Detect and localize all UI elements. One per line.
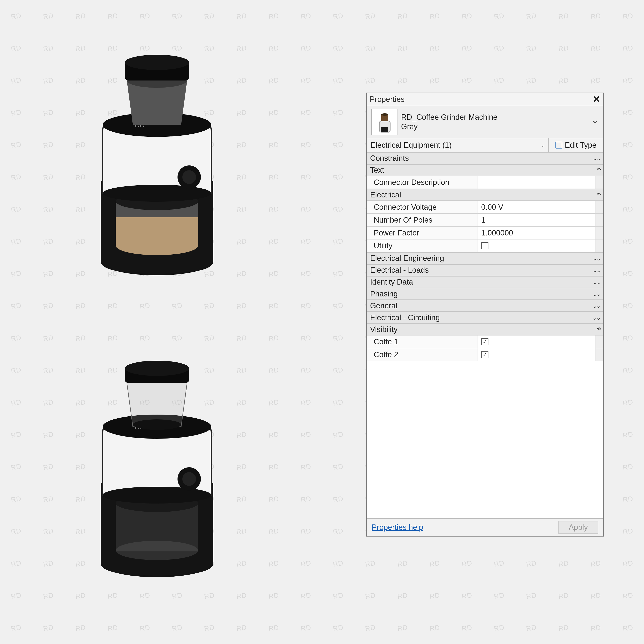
collapse-icon: ^^ (597, 326, 600, 333)
row-value[interactable]: 1 (478, 214, 595, 226)
section-label: Phasing (370, 290, 398, 298)
row-label: Connector Description (367, 176, 478, 189)
row-value[interactable]: 1.000000 (478, 227, 595, 239)
row-connector-voltage[interactable]: Connector Voltage 0.00 V (367, 201, 603, 214)
section-label: Text (370, 166, 384, 174)
section-visibility[interactable]: Visibility ^^ (367, 324, 603, 335)
row-value[interactable]: ✓ (478, 348, 595, 361)
type-name-block: RD_Coffee Grinder Machine Gray (401, 113, 497, 131)
expand-icon: ⌄⌄ (592, 155, 600, 162)
row-label: Power Factor (367, 227, 478, 239)
category-dropdown-label: Electrical Equipment (1) (371, 141, 452, 150)
row-value[interactable] (478, 176, 595, 189)
type-thumbnail (371, 109, 397, 135)
edit-type-button[interactable]: Edit Type (549, 138, 603, 152)
properties-grid: Constraints ⌄⌄ Text ^^ Connector Descrip… (367, 152, 603, 518)
apply-button[interactable]: Apply (558, 521, 598, 534)
row-value[interactable] (478, 239, 595, 252)
svg-point-27 (381, 113, 388, 116)
row-label: Utility (367, 239, 478, 252)
checkbox-checked[interactable]: ✓ (481, 351, 488, 358)
checkbox-checked[interactable]: ✓ (481, 338, 488, 345)
section-identity-data[interactable]: Identity Data ⌄⌄ (367, 276, 603, 288)
row-number-of-poles[interactable]: Number Of Poles 1 (367, 214, 603, 227)
section-electrical[interactable]: Electrical ^^ (367, 189, 603, 201)
row-power-factor[interactable]: Power Factor 1.000000 (367, 227, 603, 239)
collapse-icon: ^^ (597, 192, 600, 198)
close-icon[interactable]: ✕ (591, 94, 601, 104)
section-label: Constraints (370, 154, 409, 163)
row-handle (595, 239, 603, 252)
row-connector-description[interactable]: Connector Description (367, 176, 603, 189)
checkbox-unchecked[interactable] (481, 242, 488, 249)
panel-title: Properties (370, 95, 405, 104)
svg-point-22 (133, 419, 181, 430)
section-electrical-circuiting[interactable]: Electrical - Circuiting ⌄⌄ (367, 312, 603, 324)
section-electrical-loads[interactable]: Electrical - Loads ⌄⌄ (367, 264, 603, 276)
section-text[interactable]: Text ^^ (367, 164, 603, 176)
svg-point-5 (103, 185, 211, 202)
expand-icon: ⌄⌄ (592, 279, 600, 286)
row-handle (595, 227, 603, 239)
expand-icon: ⌄⌄ (592, 314, 600, 321)
expand-icon: ⌄⌄ (592, 255, 600, 262)
row-label: Number Of Poles (367, 214, 478, 226)
row-handle (595, 348, 603, 361)
section-label: Electrical - Loads (370, 266, 429, 275)
section-general[interactable]: General ⌄⌄ (367, 300, 603, 312)
row-value[interactable]: ✓ (478, 335, 595, 348)
type-selector-row[interactable]: RD_Coffee Grinder Machine Gray (367, 106, 603, 138)
expand-icon: ⌄⌄ (592, 290, 600, 297)
row-handle (595, 201, 603, 213)
expand-icon: ⌄⌄ (592, 267, 600, 274)
svg-point-7 (182, 170, 196, 184)
grid-empty-area (367, 361, 603, 518)
model-render-variant-1: RD (89, 36, 229, 278)
expand-icon: ⌄⌄ (592, 302, 600, 309)
section-label: Electrical Engineering (370, 254, 444, 263)
row-handle (595, 335, 603, 348)
chevron-down-icon: ⌄ (540, 142, 545, 149)
collapse-icon: ^^ (597, 167, 600, 174)
svg-point-15 (116, 541, 198, 560)
row-handle (595, 176, 603, 189)
row-handle (595, 214, 603, 226)
row-label: Coffe 1 (367, 335, 478, 348)
model-render-variant-2: RD (89, 338, 229, 580)
section-label: Visibility (370, 325, 398, 334)
chevron-down-icon[interactable] (591, 119, 599, 125)
svg-rect-28 (381, 127, 388, 132)
category-dropdown[interactable]: Electrical Equipment (1) ⌄ (367, 138, 549, 152)
svg-rect-2 (116, 217, 198, 246)
type-name: RD_Coffee Grinder Machine (401, 113, 497, 122)
section-label: Electrical (370, 191, 401, 199)
svg-point-19 (182, 472, 196, 486)
section-label: Electrical - Circuiting (370, 313, 440, 322)
svg-point-24 (125, 361, 189, 376)
row-coffe-2[interactable]: Coffe 2 ✓ (367, 348, 603, 361)
properties-help-link[interactable]: Properties help (372, 523, 423, 532)
row-utility[interactable]: Utility (367, 239, 603, 252)
svg-point-12 (125, 55, 189, 70)
type-variant: Gray (401, 122, 497, 131)
row-value[interactable]: 0.00 V (478, 201, 595, 213)
section-constraints[interactable]: Constraints ⌄⌄ (367, 152, 603, 164)
row-label: Connector Voltage (367, 201, 478, 213)
section-electrical-engineering[interactable]: Electrical Engineering ⌄⌄ (367, 252, 603, 264)
edit-type-label: Edit Type (565, 141, 597, 150)
section-phasing[interactable]: Phasing ⌄⌄ (367, 288, 603, 300)
section-label: General (370, 301, 397, 310)
edit-type-icon (555, 142, 562, 149)
properties-panel: Properties ✕ RD_Coffee Grinder Machine G… (366, 93, 604, 537)
row-label: Coffe 2 (367, 348, 478, 361)
section-label: Identity Data (370, 278, 413, 286)
svg-point-17 (103, 487, 211, 504)
panel-footer: Properties help Apply (367, 518, 603, 536)
panel-titlebar: Properties ✕ (367, 93, 603, 106)
row-coffe-1[interactable]: Coffe 1 ✓ (367, 335, 603, 348)
